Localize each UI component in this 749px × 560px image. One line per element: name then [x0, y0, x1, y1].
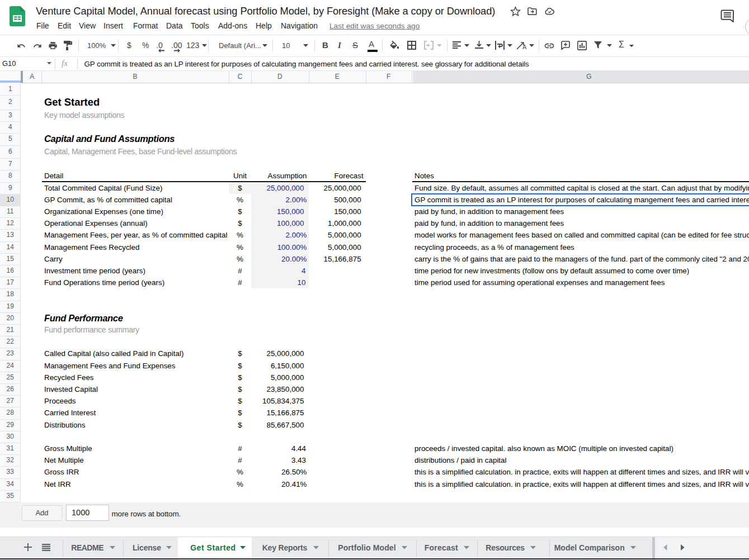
svg-text:A: A [522, 44, 527, 50]
